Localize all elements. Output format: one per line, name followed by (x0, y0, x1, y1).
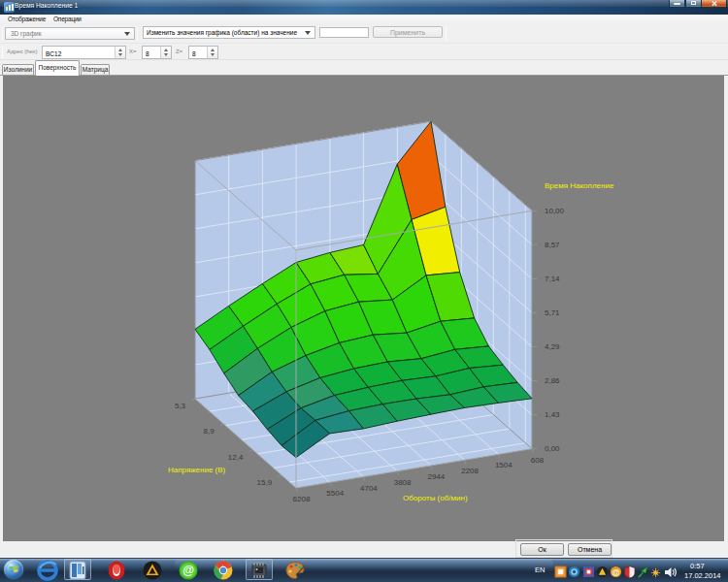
svg-text:5,71: 5,71 (545, 308, 560, 317)
svg-text:608: 608 (531, 456, 545, 465)
svg-text:Время Накопление: Время Накопление (545, 181, 614, 190)
svg-text:1,43: 1,43 (545, 410, 560, 419)
svg-text:Напряжение (В): Напряжение (В) (168, 466, 226, 474)
svg-text:2208: 2208 (461, 467, 479, 475)
svg-text:2,86: 2,86 (545, 376, 560, 385)
svg-text:Обороты (об/мин): Обороты (об/мин) (403, 494, 468, 502)
svg-text:5,3: 5,3 (175, 402, 186, 410)
svg-text:12,4: 12,4 (228, 453, 244, 462)
svg-text:15,9: 15,9 (257, 478, 273, 487)
svg-text:6208: 6208 (293, 495, 311, 503)
svg-text:3808: 3808 (394, 478, 412, 487)
svg-text:8,57: 8,57 (545, 241, 560, 249)
svg-text:2944: 2944 (428, 472, 446, 481)
svg-text:8,9: 8,9 (204, 427, 215, 436)
svg-text:4704: 4704 (360, 484, 378, 493)
svg-text:7,14: 7,14 (545, 275, 560, 283)
svg-text:4,29: 4,29 (545, 342, 560, 351)
svg-text:5504: 5504 (326, 489, 344, 498)
svg-text:10,00: 10,00 (545, 207, 565, 215)
svg-text:@: @ (612, 567, 619, 577)
svg-text:0,00: 0,00 (545, 444, 560, 453)
svg-text:@: @ (182, 564, 194, 577)
svg-text:1504: 1504 (495, 461, 513, 469)
